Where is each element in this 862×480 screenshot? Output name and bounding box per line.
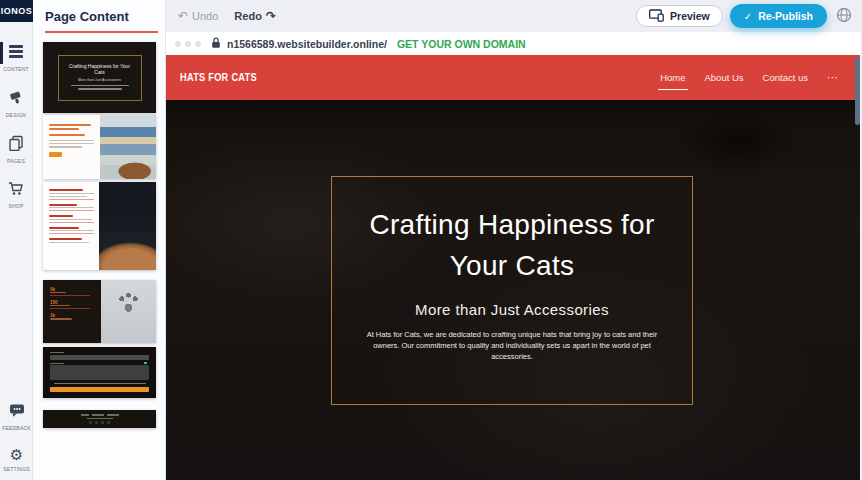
thumbnail-text-bar bbox=[78, 88, 122, 90]
sidebar-item-label: CONTENT bbox=[3, 66, 29, 72]
site-url: n1566589.websitebuilder.online/ bbox=[227, 38, 387, 50]
sidebar-item-content[interactable]: CONTENT bbox=[0, 40, 32, 76]
hero-framed-box[interactable]: Crafting Happiness for Your Cats More th… bbox=[331, 176, 693, 405]
thumbnail-hero-box: Crafting Happiness for Your Cats More th… bbox=[58, 55, 142, 101]
undo-button[interactable]: ↶ Undo bbox=[178, 9, 218, 23]
thumbnail-intro-section[interactable] bbox=[43, 115, 156, 179]
thumbnail-cta-button bbox=[49, 152, 62, 157]
undo-icon: ↶ bbox=[178, 9, 188, 23]
cart-icon bbox=[8, 181, 24, 200]
thumbnail-hero-title: Crafting Happiness for Your Cats bbox=[65, 63, 135, 75]
hero-body-text: At Hats for Cats, we are dedicated to cr… bbox=[360, 329, 664, 362]
thumbnail-stats-text: 5k 150 1k bbox=[43, 280, 101, 343]
pages-icon bbox=[8, 135, 24, 155]
nav-more-icon[interactable]: ⋯ bbox=[827, 71, 838, 84]
devices-icon bbox=[649, 9, 664, 24]
gear-icon: ⚙ bbox=[10, 448, 23, 463]
thumbnail-cat-street-photo bbox=[100, 115, 156, 179]
thumbnail-footer-section[interactable] bbox=[43, 410, 156, 428]
site-nav: Home About Us Contact us ⋯ bbox=[660, 71, 838, 84]
sidebar-item-shop[interactable]: SHOP bbox=[0, 177, 32, 213]
thumbnail-form-submit-button bbox=[50, 387, 149, 392]
thumbnail-intro-text bbox=[43, 115, 100, 179]
nav-link-contact-us[interactable]: Contact us bbox=[763, 72, 808, 83]
sidebar-item-design[interactable]: DESIGN bbox=[0, 85, 32, 122]
ionos-logo: IONOS bbox=[0, 0, 33, 22]
panel-title: Page Content bbox=[45, 9, 165, 24]
thumbnail-feature-items bbox=[43, 182, 99, 270]
page-content-panel: Page Content Crafting Happiness for Your… bbox=[33, 0, 166, 480]
preview-browser-bar: n1566589.websitebuilder.online/ GET YOUR… bbox=[166, 32, 862, 55]
sidebar-item-label: FEEDBACK bbox=[2, 425, 31, 431]
sidebar-item-label: PAGES bbox=[7, 158, 25, 164]
site-hero-section[interactable]: Crafting Happiness for Your Cats More th… bbox=[166, 100, 862, 480]
sidebar-item-label: SHOP bbox=[9, 203, 24, 209]
editor-toolbar: ↶ Undo Redo ↷ Preview ✓ Re-Publish bbox=[166, 0, 862, 32]
republish-label: Re-Publish bbox=[758, 10, 813, 22]
hero-title-line2: Your Cats bbox=[450, 250, 575, 281]
main-area: ↶ Undo Redo ↷ Preview ✓ Re-Publish bbox=[166, 0, 862, 480]
design-icon bbox=[8, 89, 24, 109]
thumbnail-form-input bbox=[50, 355, 149, 360]
hero-subtitle: More than Just Accessories bbox=[415, 301, 609, 318]
sidebar-item-label: SETTINGS bbox=[3, 466, 30, 472]
site-brand[interactable]: HATS FOR CATS bbox=[180, 72, 257, 83]
sidebar-item-settings[interactable]: ⚙ SETTINGS bbox=[0, 444, 33, 476]
sidebar-item-pages[interactable]: PAGES bbox=[0, 131, 32, 168]
thumbnail-features-section[interactable] bbox=[43, 182, 156, 270]
stat-value: 150 bbox=[50, 300, 95, 305]
thumbnail-paw-print-photo bbox=[101, 280, 156, 343]
republish-button[interactable]: ✓ Re-Publish bbox=[730, 4, 827, 28]
undo-label: Undo bbox=[192, 10, 218, 22]
thumbnail-hero-subtitle: More than Just Accessories bbox=[78, 78, 121, 82]
globe-icon bbox=[836, 7, 852, 26]
section-thumbnail-list: Crafting Happiness for Your Cats More th… bbox=[43, 42, 156, 428]
thumbnail-text-bar bbox=[71, 85, 129, 87]
thumbnail-hero-section[interactable]: Crafting Happiness for Your Cats More th… bbox=[43, 42, 156, 113]
redo-button[interactable]: Redo ↷ bbox=[234, 9, 276, 23]
redo-label: Redo bbox=[234, 10, 262, 22]
hero-title: Crafting Happiness for Your Cats bbox=[369, 204, 654, 286]
redo-icon: ↷ bbox=[266, 9, 276, 23]
nav-link-about-us[interactable]: About Us bbox=[705, 72, 744, 83]
thumbnail-stats-section[interactable]: 5k 150 1k bbox=[43, 280, 156, 343]
feedback-icon bbox=[9, 403, 25, 422]
language-globe-button[interactable] bbox=[834, 6, 854, 26]
thumbnail-contact-form-section[interactable] bbox=[43, 347, 156, 398]
preview-button[interactable]: Preview bbox=[636, 5, 723, 27]
active-indicator bbox=[0, 42, 3, 64]
nav-link-home[interactable]: Home bbox=[660, 72, 685, 83]
get-domain-link[interactable]: GET YOUR OWN DOMAIN bbox=[397, 38, 526, 50]
sidebar-item-label: DESIGN bbox=[6, 112, 26, 118]
panel-title-underline bbox=[45, 31, 158, 33]
thumbnail-social-icons bbox=[89, 421, 110, 424]
thumbnail-cat-back-photo bbox=[99, 182, 156, 270]
sidebar-item-feedback[interactable]: FEEDBACK bbox=[0, 399, 33, 435]
hero-title-line1: Crafting Happiness for bbox=[369, 209, 654, 240]
content-icon bbox=[8, 44, 24, 63]
preview-label: Preview bbox=[670, 10, 710, 22]
lock-icon bbox=[211, 35, 221, 53]
check-icon: ✓ bbox=[744, 11, 752, 22]
thumbnail-form-textarea bbox=[50, 365, 149, 380]
app-sidebar: IONOS CONTENT DESIGN PAGES SHOP FEEDBACK bbox=[0, 0, 33, 480]
browser-dots bbox=[175, 41, 201, 47]
site-header: HATS FOR CATS Home About Us Contact us ⋯ bbox=[166, 55, 862, 100]
canvas-scrollbar-thumb[interactable] bbox=[855, 57, 860, 125]
